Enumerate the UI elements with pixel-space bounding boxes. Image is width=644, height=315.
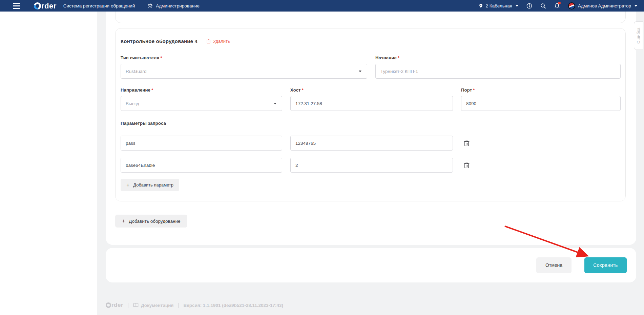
page-footer: rder Документация Версия: 1.1.1901 (dea9… <box>106 302 283 309</box>
add-param-label: Добавить параметр <box>133 182 173 188</box>
port-label: Порт* <box>461 87 621 93</box>
location-label: 2 Кабельная <box>486 3 512 8</box>
page: rder Система регистрации обращений Админ… <box>0 0 644 315</box>
delete-param-button[interactable] <box>464 162 470 169</box>
nav-administration[interactable]: Администрирование <box>147 3 200 8</box>
notification-badge <box>558 2 561 4</box>
delete-equipment-button[interactable]: Удалить <box>206 39 230 44</box>
param-key-input[interactable] <box>121 136 282 151</box>
top-navbar: rder Система регистрации обращений Админ… <box>0 0 644 12</box>
reader-type-value: RusGuard <box>126 69 147 74</box>
navbar-divider <box>141 3 141 8</box>
select-caret-icon <box>274 103 276 104</box>
add-equipment-label: Добавить оборудование <box>129 219 180 224</box>
documentation-link[interactable]: Документация <box>133 303 173 308</box>
app-logo[interactable]: rder <box>34 2 57 9</box>
user-avatar <box>568 2 575 9</box>
chevron-down-icon <box>635 5 637 7</box>
param-value-input[interactable] <box>290 158 453 173</box>
documentation-label: Документация <box>141 303 173 308</box>
name-input[interactable] <box>375 64 621 79</box>
request-params-title: Параметры запроса <box>121 121 621 126</box>
param-value-input[interactable] <box>290 136 453 151</box>
logo-text: rder <box>41 2 57 9</box>
add-param-button[interactable]: + Добавить параметр <box>121 179 179 191</box>
port-input[interactable] <box>461 96 621 111</box>
location-selector[interactable]: 2 Кабельная <box>479 3 518 8</box>
search-button[interactable] <box>540 3 546 9</box>
direction-value: Выезд <box>126 101 139 106</box>
add-equipment-button[interactable]: + Добавить оборудование <box>115 215 187 228</box>
previous-equipment-card-partial <box>115 12 626 23</box>
footer-logo: rder <box>106 302 123 309</box>
plus-icon: + <box>122 218 125 224</box>
direction-select[interactable]: Выезд <box>121 96 282 111</box>
info-icon <box>526 3 532 9</box>
cancel-button[interactable]: Отмена <box>536 257 572 273</box>
host-input[interactable] <box>290 96 453 111</box>
delete-param-button[interactable] <box>464 140 470 146</box>
save-button[interactable]: Сохранить <box>584 257 627 273</box>
user-name: Админов Администратор <box>578 3 631 8</box>
equipment-card: Контрольное оборудование 4 Удалить <box>115 28 626 201</box>
search-icon <box>540 3 546 9</box>
error-tab-label: Ошибка <box>636 27 641 44</box>
left-sidebar <box>0 12 97 315</box>
location-pin-icon <box>479 3 483 8</box>
footer-divider <box>128 303 128 308</box>
nav-administration-label: Администрирование <box>156 3 200 8</box>
user-menu[interactable]: Админов Администратор <box>568 2 637 9</box>
notifications-button[interactable] <box>554 3 560 9</box>
reader-type-select[interactable]: RusGuard <box>121 64 367 79</box>
select-caret-icon <box>359 71 361 72</box>
fields-row-1: RusGuard <box>121 64 621 79</box>
hamburger-menu-icon[interactable] <box>13 3 20 9</box>
fields-row-2: Выезд <box>121 96 621 111</box>
direction-label: Направление* <box>121 87 282 93</box>
plus-icon: + <box>126 182 129 188</box>
gear-icon <box>147 3 153 8</box>
form-actions-panel: Отмена Сохранить <box>106 248 636 282</box>
equipment-card-title: Контрольное оборудование 4 <box>121 38 198 44</box>
content-panel: Контрольное оборудование 4 Удалить <box>106 12 636 245</box>
name-label: Название* <box>375 55 621 60</box>
reader-type-label: Тип считывателя* <box>121 55 367 60</box>
logo-o-icon <box>106 302 111 308</box>
equipment-card-header: Контрольное оборудование 4 Удалить <box>121 38 621 44</box>
param-row <box>121 136 621 151</box>
error-report-tab[interactable]: Ошибка <box>634 21 643 50</box>
version-text: Версия: 1.1.1901 (dea9b521-28.11.2023-17… <box>183 303 283 308</box>
book-icon <box>133 303 139 308</box>
app-title: Система регистрации обращений <box>63 3 135 8</box>
chevron-down-icon <box>516 5 518 7</box>
labels-row-1: Тип считывателя* Название* <box>121 55 621 60</box>
delete-equipment-label: Удалить <box>213 39 230 44</box>
footer-divider <box>178 303 179 308</box>
logo-o-icon <box>34 2 41 9</box>
navbar-right: 2 Кабельная <box>479 2 637 9</box>
param-key-input[interactable] <box>121 158 282 173</box>
labels-row-2: Направление* Хост* Порт* <box>121 87 621 93</box>
info-button[interactable] <box>526 3 532 9</box>
trash-icon <box>206 39 211 44</box>
host-label: Хост* <box>290 87 453 93</box>
param-row <box>121 158 621 173</box>
